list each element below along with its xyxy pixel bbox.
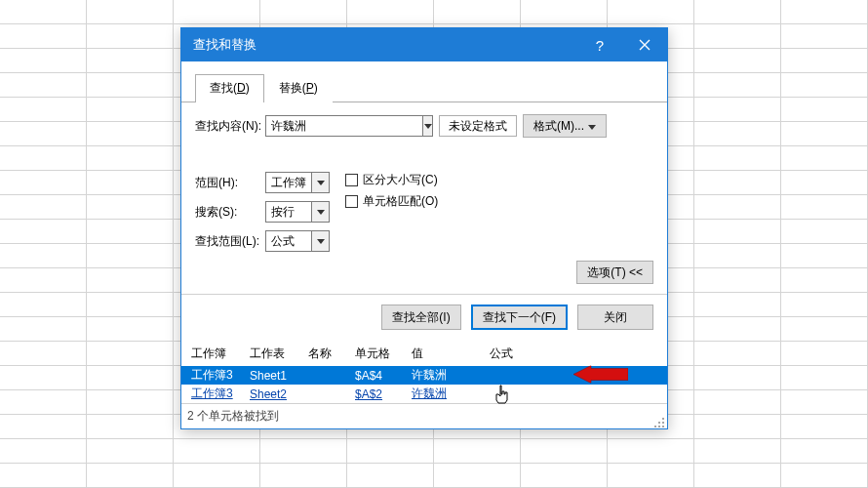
range-label: 范围(H): [195, 175, 265, 191]
results-list: 工作簿3 Sheet1 $A$4 许魏洲 工作簿3 Sheet2 $A$2 许魏… [181, 366, 667, 403]
checkbox-icon [345, 174, 358, 186]
close-icon[interactable] [622, 28, 667, 61]
format-preview: 未设定格式 [439, 115, 517, 137]
status-bar: 2 个单元格被找到 [181, 403, 667, 428]
result-link-workbook[interactable]: 工作簿3 [191, 386, 233, 400]
match-case-checkbox[interactable]: 区分大小写(C) [345, 172, 438, 188]
svg-point-2 [662, 422, 664, 424]
range-select[interactable]: 工作簿 [265, 172, 330, 193]
cursor-pointer-icon [495, 385, 509, 402]
arrow-callout-icon [573, 365, 628, 386]
svg-point-4 [658, 426, 660, 427]
find-next-button[interactable]: 查找下一个(F) [471, 305, 568, 330]
close-button[interactable]: 关闭 [577, 305, 653, 330]
find-content-combo[interactable] [265, 115, 433, 137]
search-label: 搜索(S): [195, 204, 265, 221]
svg-point-1 [658, 422, 660, 424]
action-buttons: 查找全部(I) 查找下一个(F) 关闭 [181, 294, 667, 342]
checkbox-icon [345, 195, 358, 208]
result-link-worksheet[interactable]: Sheet2 [250, 387, 287, 401]
svg-point-3 [654, 426, 656, 427]
svg-point-0 [662, 418, 664, 420]
lookin-label: 查找范围(L): [195, 233, 265, 250]
results-header: 工作簿 工作表 名称 单元格 值 公式 [181, 342, 667, 366]
tab-find[interactable]: 查找(D) [195, 74, 264, 102]
find-form: 查找内容(N): 未设定格式 格式(M)... 范围(H): 工作簿 [181, 102, 667, 290]
result-link-value[interactable]: 许魏洲 [412, 386, 447, 400]
header-worksheet[interactable]: 工作表 [246, 344, 304, 364]
resize-grip-icon[interactable] [653, 415, 665, 427]
header-formula[interactable]: 公式 [486, 344, 667, 364]
options-toggle-button[interactable]: 选项(T) << [576, 261, 653, 284]
match-cell-checkbox[interactable]: 单元格匹配(O) [345, 193, 438, 210]
find-all-button[interactable]: 查找全部(I) [381, 305, 460, 330]
chevron-down-icon[interactable] [311, 173, 329, 192]
header-workbook[interactable]: 工作簿 [187, 344, 246, 364]
result-row[interactable]: 工作簿3 Sheet2 $A$2 许魏洲 [181, 385, 667, 403]
dialog-title: 查找和替换 [193, 36, 256, 54]
find-replace-dialog: 查找和替换 ? 查找(D) 替换(P) 查找内容(N): 未设定格式 格式(M)… [180, 27, 668, 429]
tab-replace[interactable]: 替换(P) [264, 74, 333, 102]
tab-strip: 查找(D) 替换(P) [181, 61, 667, 102]
find-content-input[interactable] [266, 116, 422, 136]
header-name[interactable]: 名称 [304, 344, 351, 364]
chevron-down-icon [588, 119, 596, 133]
header-cell[interactable]: 单元格 [351, 344, 408, 364]
find-content-label: 查找内容(N): [195, 118, 265, 135]
lookin-select[interactable]: 公式 [265, 230, 330, 252]
chevron-down-icon[interactable] [311, 202, 329, 222]
result-link-cell[interactable]: $A$2 [355, 387, 382, 401]
format-button[interactable]: 格式(M)... [523, 114, 607, 138]
result-row[interactable]: 工作簿3 Sheet1 $A$4 许魏洲 [181, 366, 667, 385]
svg-point-5 [662, 426, 664, 427]
help-button[interactable]: ? [577, 28, 622, 61]
find-content-dropdown[interactable] [422, 116, 432, 136]
header-value[interactable]: 值 [408, 344, 486, 364]
dialog-titlebar[interactable]: 查找和替换 ? [181, 28, 667, 61]
search-select[interactable]: 按行 [265, 201, 330, 223]
chevron-down-icon[interactable] [311, 231, 329, 251]
